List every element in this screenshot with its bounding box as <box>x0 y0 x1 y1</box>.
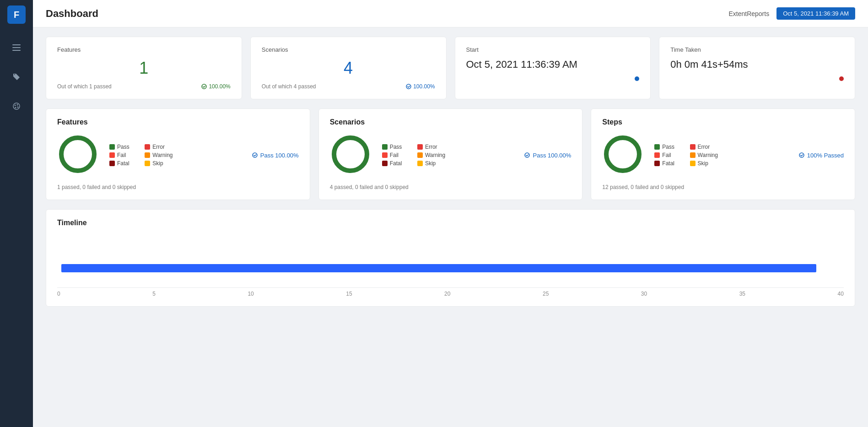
check-circle-icon-scenarios <box>406 84 411 89</box>
pass-pct-features: Pass 100.00% <box>252 152 299 159</box>
chart-footer-features: 1 passed, 0 failed and 0 skipped <box>57 184 299 190</box>
svg-point-18 <box>799 153 804 157</box>
chart-title-scenarios: Scenarios <box>330 118 571 126</box>
timeline-bar <box>61 264 816 272</box>
palette-icon[interactable] <box>7 97 26 115</box>
donut-features <box>57 134 98 177</box>
legend-scenarios: Pass Error Fail Warning <box>382 144 446 167</box>
card-value-timetaken: 0h 0m 41s+54ms <box>670 59 844 70</box>
page-title: Dashboard <box>46 8 98 20</box>
legend-error: Error <box>145 144 173 150</box>
axis-tick-20: 20 <box>444 291 450 297</box>
pass-pct-steps: 100% Passed <box>799 152 844 159</box>
card-sub-start <box>466 76 640 82</box>
charts-row: Features Pass <box>46 108 855 200</box>
timeline-chart <box>57 254 844 282</box>
svg-point-9 <box>406 84 411 89</box>
svg-rect-0 <box>12 44 21 45</box>
card-sub-text-scenarios: Out of which 4 passed <box>262 83 316 90</box>
timeline-axis: 0 5 10 15 20 25 30 35 40 <box>57 287 844 297</box>
legend-fail: Fail <box>109 152 137 158</box>
chart-title-features: Features <box>57 118 299 126</box>
svg-point-6 <box>17 107 19 108</box>
axis-tick-15: 15 <box>346 291 352 297</box>
card-label-features: Features <box>57 46 231 53</box>
svg-rect-1 <box>12 47 21 48</box>
svg-point-3 <box>13 103 20 109</box>
legend-fatal-s: Fatal <box>382 160 410 167</box>
status-dot-timetaken <box>839 76 844 81</box>
legend-fail-st: Fail <box>654 152 682 158</box>
svg-point-14 <box>334 138 367 171</box>
svg-point-12 <box>253 153 257 157</box>
chart-card-scenarios: Scenarios Pass <box>318 108 583 200</box>
svg-rect-2 <box>12 50 21 51</box>
svg-point-4 <box>15 105 16 106</box>
check-circle-icon-features <box>201 84 207 89</box>
brand-label: ExtentReports <box>728 10 769 17</box>
card-value-scenarios: 4 <box>262 59 435 78</box>
legend-skip: Skip <box>145 160 173 167</box>
svg-point-11 <box>61 138 94 171</box>
app-logo[interactable]: F <box>7 5 26 24</box>
legend-error-st: Error <box>690 144 718 150</box>
summary-card-features: Features 1 Out of which 1 passed 100.00% <box>46 37 242 99</box>
content-area: Features 1 Out of which 1 passed 100.00%… <box>33 27 868 316</box>
svg-point-17 <box>606 138 639 171</box>
legend-pass-st: Pass <box>654 144 682 150</box>
legend-pass: Pass <box>109 144 137 150</box>
summary-card-start: Start Oct 5, 2021 11:36:39 AM <box>455 37 651 99</box>
legend-warning: Warning <box>145 152 173 158</box>
axis-tick-30: 30 <box>641 291 647 297</box>
legend-skip-st: Skip <box>690 160 718 167</box>
menu-icon[interactable] <box>7 38 26 57</box>
logo-letter: F <box>14 10 19 20</box>
card-sub-features: Out of which 1 passed 100.00% <box>57 83 231 90</box>
legend-warning-st: Warning <box>690 152 718 158</box>
card-label-timetaken: Time Taken <box>670 46 844 53</box>
svg-point-15 <box>525 153 529 157</box>
donut-steps <box>602 134 643 177</box>
card-value-start: Oct 5, 2021 11:36:39 AM <box>466 59 640 70</box>
donut-scenarios <box>330 134 371 177</box>
legend-fatal-st: Fatal <box>654 160 682 167</box>
legend-fatal: Fatal <box>109 160 137 167</box>
sidebar: F <box>0 0 33 427</box>
legend-features: Pass Error Fail Warning <box>109 144 173 167</box>
chart-body-features: Pass Error Fail Warning <box>57 134 299 177</box>
header: Dashboard ExtentReports Oct 5, 2021 11:3… <box>33 0 868 27</box>
axis-tick-10: 10 <box>248 291 253 297</box>
timeline-card: Timeline 0 5 10 15 20 25 30 35 40 <box>46 209 855 307</box>
legend-fail-s: Fail <box>382 152 410 158</box>
card-pct-features: 100.00% <box>209 83 230 90</box>
chart-footer-scenarios: 4 passed, 0 failed and 0 skipped <box>330 184 571 190</box>
chart-title-steps: Steps <box>602 118 844 126</box>
axis-tick-0: 0 <box>57 291 60 297</box>
svg-point-5 <box>17 104 18 106</box>
header-right: ExtentReports Oct 5, 2021 11:36:39 AM <box>728 7 855 20</box>
card-label-scenarios: Scenarios <box>262 46 435 53</box>
svg-point-8 <box>202 84 206 89</box>
legend-error-s: Error <box>417 144 445 150</box>
summary-card-scenarios: Scenarios 4 Out of which 4 passed 100.00… <box>250 37 447 99</box>
legend-steps: Pass Error Fail Warning <box>654 144 718 167</box>
datetime-badge: Oct 5, 2021 11:36:39 AM <box>776 7 855 20</box>
axis-tick-5: 5 <box>152 291 156 297</box>
axis-tick-40: 40 <box>838 291 844 297</box>
chart-footer-steps: 12 passed, 0 failed and 0 skipped <box>602 184 844 190</box>
timeline-title: Timeline <box>57 219 844 227</box>
legend-skip-s: Skip <box>417 160 445 167</box>
summary-row: Features 1 Out of which 1 passed 100.00%… <box>46 37 855 99</box>
main-content: Dashboard ExtentReports Oct 5, 2021 11:3… <box>33 0 868 427</box>
card-label-start: Start <box>466 46 640 53</box>
svg-point-7 <box>15 107 16 108</box>
card-sub-scenarios: Out of which 4 passed 100.00% <box>262 83 435 90</box>
card-value-features: 1 <box>57 59 231 78</box>
card-pct-scenarios: 100.00% <box>413 83 435 90</box>
legend-warning-s: Warning <box>417 152 445 158</box>
chart-body-scenarios: Pass Error Fail Warning <box>330 134 571 177</box>
tag-icon[interactable] <box>7 68 26 86</box>
legend-pass-s: Pass <box>382 144 410 150</box>
status-dot-start <box>635 76 639 81</box>
chart-card-features: Features Pass <box>46 108 310 200</box>
